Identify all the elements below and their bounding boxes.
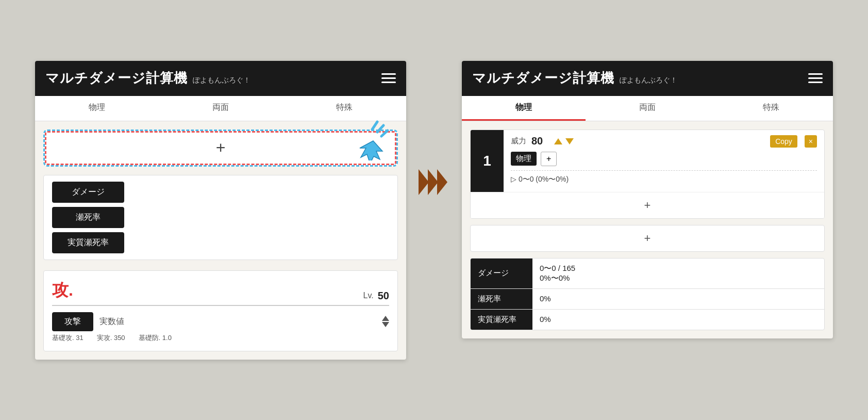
left-header: マルチダメージ計算機 ぽよもんぶろぐ！ xyxy=(35,61,406,96)
svg-marker-5 xyxy=(428,169,438,195)
result-value-seshi: 0% xyxy=(532,289,824,309)
add-sub-btn[interactable]: + xyxy=(541,152,557,166)
right-hamburger-line-2 xyxy=(808,77,823,79)
skill-card-inner: 1 威力 80 Copy × xyxy=(471,130,824,192)
dashed-box-wrapper: + xyxy=(43,130,398,167)
chevron-right-arrows xyxy=(419,164,449,200)
lv-row: Lv. 50 xyxy=(363,290,389,302)
atk-label: 攻. xyxy=(52,279,73,302)
left-body: + ダメージ 瀬死率 実質瀬死率 xyxy=(35,121,406,360)
result-label-seshi: 瀬死率 xyxy=(471,289,532,309)
left-hamburger-icon[interactable] xyxy=(381,73,396,83)
attack-sub-label: 実数値 xyxy=(99,316,124,327)
attacker-section: 攻. Lv. 50 攻撃 実数値 基礎攻. 31 実攻. 350 基礎防. 1.… xyxy=(43,270,398,351)
left-header-title-group: マルチダメージ計算機 ぽよもんぶろぐ！ xyxy=(45,69,251,87)
right-body: 1 威力 80 Copy × xyxy=(462,121,833,338)
results-table: ダメージ 0〜0 / 165 0%〜0% 瀬死率 0% 実質瀬死率 xyxy=(470,258,825,330)
attack-up-down xyxy=(382,316,389,327)
attacker-header: 攻. Lv. 50 xyxy=(52,279,389,306)
add-skill-row[interactable]: + xyxy=(470,225,825,252)
arrow-between xyxy=(416,164,452,200)
right-tabs-row: 物理 両面 特殊 xyxy=(462,96,833,121)
attack-up-arrow[interactable] xyxy=(382,316,389,321)
right-tab-toku[interactable]: 特殊 xyxy=(709,96,833,121)
power-up-arrow[interactable] xyxy=(554,138,562,144)
svg-line-1 xyxy=(372,122,377,130)
power-value: 80 xyxy=(531,135,543,147)
skill-type-row: 物理 + xyxy=(511,152,817,171)
skill-details: 威力 80 Copy × 物理 + xyxy=(504,130,824,192)
left-tab-toku[interactable]: 特殊 xyxy=(282,96,406,121)
delete-button[interactable]: × xyxy=(805,135,817,148)
left-app-subtitle: ぽよもんぶろぐ！ xyxy=(193,76,251,85)
seshi-button[interactable]: 瀬死率 xyxy=(52,207,124,228)
right-app-title: マルチダメージ計算機 xyxy=(472,69,614,87)
right-hamburger-icon[interactable] xyxy=(808,73,823,83)
skill-range: ▷ 0〜0 (0%〜0%) xyxy=(511,175,817,184)
hamburger-line-2 xyxy=(381,77,396,79)
attack-row: 攻撃 実数値 xyxy=(52,312,389,331)
svg-marker-4 xyxy=(419,169,429,195)
result-buttons-section: ダメージ 瀬死率 実質瀬死率 xyxy=(43,175,398,260)
power-down-arrow[interactable] xyxy=(565,138,574,144)
attack-down-arrow[interactable] xyxy=(382,322,389,327)
damage-button[interactable]: ダメージ xyxy=(52,182,124,203)
result-row-damage: ダメージ 0〜0 / 165 0%〜0% xyxy=(471,259,824,289)
right-hamburger-line-3 xyxy=(808,82,823,83)
right-hamburger-line-1 xyxy=(808,73,823,75)
skill-power-row: 威力 80 Copy × xyxy=(511,135,817,148)
add-plus-sign: + xyxy=(216,138,226,157)
skill-add-row[interactable]: + xyxy=(471,192,824,218)
skill-number: 1 xyxy=(483,153,491,169)
power-arrows xyxy=(554,138,574,144)
left-app-title: マルチダメージ計算機 xyxy=(45,69,188,87)
attack-button[interactable]: 攻撃 xyxy=(52,312,93,331)
copy-button[interactable]: Copy xyxy=(770,135,797,148)
lv-value: 50 xyxy=(378,290,389,302)
skill-number-block: 1 xyxy=(471,130,504,192)
result-label-jitsu-seshi: 実質瀬死率 xyxy=(471,310,532,330)
result-value-jitsu-seshi: 0% xyxy=(532,310,824,330)
left-tab-ryomen[interactable]: 両面 xyxy=(159,96,282,121)
main-wrapper: マルチダメージ計算機 ぽよもんぶろぐ！ 物理 両面 特殊 xyxy=(25,51,843,370)
left-tab-butsuri[interactable]: 物理 xyxy=(35,96,159,121)
attack-bottom-text: 基礎攻. 31 実攻. 350 基礎防. 1.0 xyxy=(52,333,389,343)
left-panel: マルチダメージ計算機 ぽよもんぶろぐ！ 物理 両面 特殊 xyxy=(35,61,406,360)
hamburger-line-1 xyxy=(381,73,396,75)
skill-type-tag: 物理 xyxy=(511,152,537,166)
right-header: マルチダメージ計算機 ぽよもんぶろぐ！ xyxy=(462,61,833,96)
power-label: 威力 xyxy=(511,136,526,146)
dashed-add-box[interactable]: + xyxy=(43,130,398,167)
right-tab-butsuri[interactable]: 物理 xyxy=(462,96,586,121)
right-tab-ryomen[interactable]: 両面 xyxy=(586,96,709,121)
result-value-damage: 0〜0 / 165 0%〜0% xyxy=(532,259,824,288)
jitsu-seshi-button[interactable]: 実質瀬死率 xyxy=(52,232,124,253)
svg-marker-6 xyxy=(437,169,447,195)
skill-card: 1 威力 80 Copy × xyxy=(470,130,825,219)
lv-text: Lv. xyxy=(363,291,374,300)
right-panel: マルチダメージ計算機 ぽよもんぶろぐ！ 物理 両面 特殊 xyxy=(462,61,833,338)
hamburger-line-3 xyxy=(381,82,396,83)
result-row-jitsu-seshi: 実質瀬死率 0% xyxy=(471,310,824,330)
right-app-subtitle: ぽよもんぶろぐ！ xyxy=(620,76,677,85)
result-label-damage: ダメージ xyxy=(471,259,532,288)
right-header-title-group: マルチダメージ計算機 ぽよもんぶろぐ！ xyxy=(472,69,677,87)
result-row-seshi: 瀬死率 0% xyxy=(471,289,824,310)
left-tabs-row: 物理 両面 特殊 xyxy=(35,96,406,121)
